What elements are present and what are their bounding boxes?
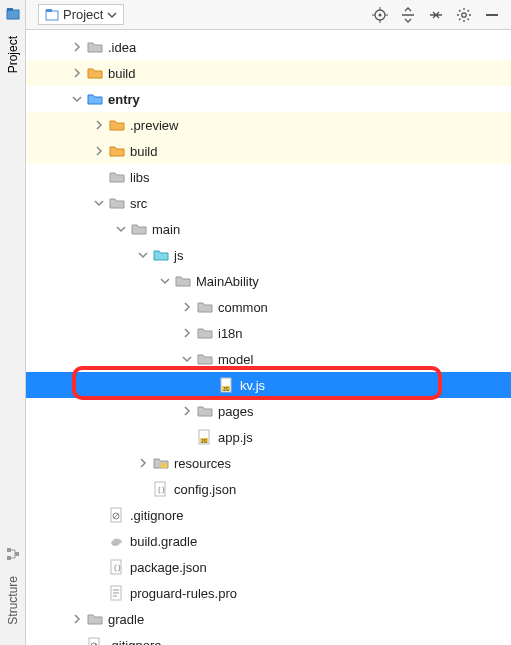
chevron-right-icon[interactable] xyxy=(180,404,194,418)
collapse-all-icon[interactable] xyxy=(397,4,419,26)
tree-row[interactable]: build.gradle xyxy=(26,528,511,554)
folder-gray-icon xyxy=(196,402,214,420)
tree-row[interactable]: build xyxy=(26,60,511,86)
svg-rect-4 xyxy=(15,552,19,556)
chevron-down-icon[interactable] xyxy=(136,248,150,262)
project-view-selector[interactable]: Project xyxy=(38,4,124,25)
svg-rect-3 xyxy=(7,556,11,560)
gitignore-icon xyxy=(108,506,126,524)
js-file-icon: JS xyxy=(196,428,214,446)
main-panel: Project .ideabuildentry.previewbuildlibs… xyxy=(26,0,511,645)
tree-row[interactable]: JSapp.js xyxy=(26,424,511,450)
tree-row[interactable]: model xyxy=(26,346,511,372)
chevron-down-icon[interactable] xyxy=(70,92,84,106)
tree-row[interactable]: .gitignore xyxy=(26,502,511,528)
chevron-right-icon[interactable] xyxy=(180,326,194,340)
chevron-down-icon[interactable] xyxy=(158,274,172,288)
folder-gray-icon xyxy=(86,38,104,56)
project-view-label: Project xyxy=(63,7,103,22)
svg-text:{}: {} xyxy=(113,564,121,572)
json-file-icon: {} xyxy=(152,480,170,498)
svg-text:JS: JS xyxy=(201,438,208,444)
tree-node-label: build.gradle xyxy=(130,534,197,549)
tree-node-label: js xyxy=(174,248,183,263)
chevron-down-icon[interactable] xyxy=(92,196,106,210)
tree-row[interactable]: libs xyxy=(26,164,511,190)
folder-gray-icon xyxy=(196,298,214,316)
chevron-right-icon[interactable] xyxy=(70,40,84,54)
expand-all-icon[interactable] xyxy=(425,4,447,26)
tree-row[interactable]: js xyxy=(26,242,511,268)
locate-icon[interactable] xyxy=(369,4,391,26)
folder-cyan-icon xyxy=(152,246,170,264)
chevron-down-icon[interactable] xyxy=(180,352,194,366)
chevron-right-icon[interactable] xyxy=(70,612,84,626)
tree-row[interactable]: {}config.json xyxy=(26,476,511,502)
structure-tab[interactable]: Structure xyxy=(4,570,22,631)
tree-row[interactable]: resources xyxy=(26,450,511,476)
project-toolbar: Project xyxy=(26,0,511,30)
project-tree[interactable]: .ideabuildentry.previewbuildlibssrcmainj… xyxy=(26,30,511,645)
tree-node-label: .idea xyxy=(108,40,136,55)
tree-row[interactable]: i18n xyxy=(26,320,511,346)
project-tab[interactable]: Project xyxy=(4,30,22,79)
chevron-right-icon[interactable] xyxy=(136,456,150,470)
svg-text:{}: {} xyxy=(157,486,165,494)
svg-rect-25 xyxy=(89,638,99,645)
tree-node-label: src xyxy=(130,196,147,211)
chevron-right-icon[interactable] xyxy=(70,66,84,80)
tree-node-label: pages xyxy=(218,404,253,419)
tree-row[interactable]: MainAbility xyxy=(26,268,511,294)
tree-node-label: main xyxy=(152,222,180,237)
project-icon xyxy=(45,8,59,22)
tree-row[interactable]: build xyxy=(26,138,511,164)
chevron-right-icon[interactable] xyxy=(180,300,194,314)
folder-gray-icon xyxy=(196,350,214,368)
folder-gray-icon xyxy=(108,168,126,186)
tree-node-label: entry xyxy=(108,92,140,107)
settings-icon[interactable] xyxy=(453,4,475,26)
svg-rect-1 xyxy=(7,8,13,11)
svg-point-8 xyxy=(379,13,382,16)
svg-rect-2 xyxy=(7,548,11,552)
tree-node-label: .gitignore xyxy=(108,638,161,646)
structure-tab-icon[interactable] xyxy=(5,546,21,562)
tree-row[interactable]: main xyxy=(26,216,511,242)
tool-window-tabs: Project Structure xyxy=(0,0,26,645)
tree-row[interactable]: entry xyxy=(26,86,511,112)
svg-text:JS: JS xyxy=(223,386,230,392)
svg-rect-6 xyxy=(46,9,52,12)
project-tab-icon[interactable] xyxy=(5,6,21,22)
tree-row[interactable]: JSkv.js xyxy=(26,372,511,398)
tree-row[interactable]: src xyxy=(26,190,511,216)
tree-row[interactable]: .gitignore xyxy=(26,632,511,645)
folder-blue-icon xyxy=(86,90,104,108)
hide-icon[interactable] xyxy=(481,4,503,26)
chevron-down-icon[interactable] xyxy=(114,222,128,236)
tree-node-label: libs xyxy=(130,170,150,185)
folder-orange-icon xyxy=(108,142,126,160)
svg-point-9 xyxy=(462,12,466,16)
gitignore-icon xyxy=(86,636,104,645)
tree-row[interactable]: .preview xyxy=(26,112,511,138)
chevron-right-icon[interactable] xyxy=(92,144,106,158)
tree-row[interactable]: {}package.json xyxy=(26,554,511,580)
chevron-right-icon[interactable] xyxy=(92,118,106,132)
tree-node-label: package.json xyxy=(130,560,207,575)
tree-row[interactable]: gradle xyxy=(26,606,511,632)
tree-row[interactable]: .idea xyxy=(26,34,511,60)
tree-node-label: i18n xyxy=(218,326,243,341)
tree-node-label: app.js xyxy=(218,430,253,445)
tree-row[interactable]: proguard-rules.pro xyxy=(26,580,511,606)
folder-orange-icon xyxy=(108,116,126,134)
svg-rect-20 xyxy=(111,508,121,522)
tree-node-label: model xyxy=(218,352,253,367)
folder-gray-icon xyxy=(130,220,148,238)
tree-node-label: .gitignore xyxy=(130,508,183,523)
tree-row[interactable]: pages xyxy=(26,398,511,424)
folder-gray-icon xyxy=(86,610,104,628)
chevron-down-icon xyxy=(107,10,117,20)
tree-row[interactable]: common xyxy=(26,294,511,320)
folder-gray-icon xyxy=(196,324,214,342)
svg-rect-0 xyxy=(7,10,19,19)
